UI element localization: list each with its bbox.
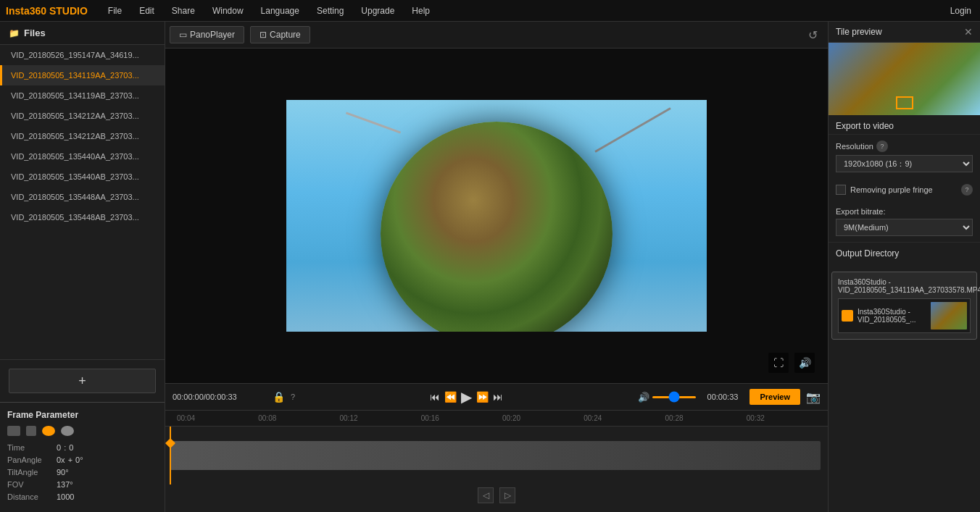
fp-time-val2: 0 (69, 443, 73, 452)
zoom-in-button[interactable]: ▷ (499, 487, 515, 503)
zoom-out-button[interactable]: ◁ (478, 487, 494, 503)
transport-controls: ⏮ ⏪ ▶ ⏩ ⏭ (301, 388, 631, 406)
resolution-select[interactable]: 1920x1080 (16：9) 3840x2160 (16：9) 2560x1… (836, 155, 973, 172)
add-file-button[interactable]: + (9, 369, 156, 393)
video-preview (286, 100, 707, 332)
refresh-icon[interactable]: ↺ (808, 28, 818, 42)
lock-icon[interactable]: 🔒 (273, 391, 285, 403)
resolution-label: Resolution (836, 142, 873, 151)
top-center-bar: ▭ PanoPlayer ⊡ Capture ↺ (165, 22, 828, 49)
timeline-ruler: 00:04 00:08 00:12 00:16 00:20 00:24 00:2… (165, 411, 828, 427)
fp-dist-value: 1000 (57, 492, 74, 501)
fp-time-value: 0 : 0 (57, 443, 73, 452)
preview-area: ⛶ 🔊 (165, 49, 828, 383)
fp-icon-small-screen[interactable] (26, 426, 36, 436)
ruler-tick-3: 00:16 (421, 414, 502, 422)
fp-tilt-value: 90° (57, 468, 69, 477)
file-list: VID_20180526_195147AA_34619... VID_20180… (0, 45, 165, 359)
files-title: Files (24, 28, 46, 38)
fp-distance-row: Distance 1000 (7, 492, 157, 501)
timeline-area: 00:04 00:08 00:12 00:16 00:20 00:24 00:2… (165, 411, 828, 512)
resolution-help-button[interactable]: ? (876, 140, 888, 152)
menu-share[interactable]: Share (169, 6, 198, 16)
step-back-button[interactable]: ⏪ (444, 391, 457, 403)
file-item-5[interactable]: VID_20180505_135440AA_23703... (0, 146, 165, 167)
timeline-bar[interactable] (170, 441, 821, 470)
fp-time-label: Time (7, 443, 57, 452)
tile-preview-header: Tile preview ✕ (829, 22, 980, 43)
menu-window[interactable]: Window (209, 6, 246, 16)
capture-button[interactable]: ⊡ Capture (250, 26, 310, 43)
menu-file[interactable]: File (105, 6, 125, 16)
file-item-3[interactable]: VID_20180505_134212AA_23703... (0, 106, 165, 126)
fp-icon-circle[interactable] (61, 426, 74, 436)
file-item-6[interactable]: VID_20180505_135440AB_23703... (0, 167, 165, 187)
ruler-tick-0: 00:04 (177, 414, 258, 422)
export-bitrate-section: Export bitrate: 9M(Medium) 6M(Low) 20M(H… (829, 201, 980, 242)
planet-globe (381, 122, 612, 332)
snapshot-button[interactable]: 📷 (806, 390, 821, 404)
timeline-bottom-controls: ◁ ▷ (165, 484, 828, 506)
timeline-playhead (170, 427, 171, 484)
file-item-4[interactable]: VID_20180505_134212AB_23703... (0, 126, 165, 146)
file-item-0[interactable]: VID_20180526_195147AA_34619... (0, 45, 165, 65)
tile-thumbnail (829, 43, 980, 115)
fp-icons-row (7, 426, 157, 436)
preview-button[interactable]: Preview (749, 389, 800, 405)
fp-pan-plus: + (68, 456, 72, 464)
fringe-label: Removing purple fringe (850, 185, 957, 194)
resolution-section: Resolution ? 1920x1080 (16：9) 3840x2160 … (829, 135, 980, 178)
fringe-checkbox[interactable] (836, 185, 846, 195)
fp-fov-label: FOV (7, 480, 57, 489)
remove-fringe-section: Removing purple fringe ? (829, 178, 980, 201)
menu-help[interactable]: Help (409, 6, 433, 16)
ruler-tick-2: 00:12 (340, 414, 421, 422)
sidebar: 📁 Files VID_20180526_195147AA_34619... V… (0, 22, 165, 512)
fp-tilt-label: TiltAngle (7, 468, 57, 477)
go-to-start-button[interactable]: ⏮ (430, 391, 440, 403)
fp-fov-row: FOV 137° (7, 480, 157, 489)
bitrate-label: Export bitrate: (836, 207, 973, 216)
menu-setting[interactable]: Setting (314, 6, 346, 16)
volume-button[interactable]: 🔊 (794, 353, 815, 373)
files-icon: 📁 (9, 28, 20, 38)
fp-dist-label: Distance (7, 492, 57, 501)
center-content: ▭ PanoPlayer ⊡ Capture ↺ ⛶ 🔊 00:00:00/00… (165, 22, 828, 512)
file-item-1[interactable]: VID_20180505_134119AA_23703... (0, 65, 165, 85)
tile-preview-title: Tile preview (836, 27, 882, 37)
file-item-2[interactable]: VID_20180505_134119AB_23703... (0, 85, 165, 106)
taskbar-item[interactable]: Insta360Studio - VID_20180505_... (838, 298, 971, 333)
fringe-help-button[interactable]: ? (961, 184, 973, 196)
fp-pan-deg: 0° (75, 456, 83, 464)
login-button[interactable]: Login (947, 6, 974, 16)
help-icon[interactable]: ? (291, 393, 295, 401)
ruler-tick-6: 00:28 (665, 414, 747, 422)
step-forward-button[interactable]: ⏩ (476, 391, 489, 403)
right-panel: Tile preview ✕ Export to video Resolutio… (828, 22, 980, 512)
ruler-tick-4: 00:20 (502, 414, 584, 422)
timeline-track[interactable] (165, 427, 828, 484)
fp-pan-value: 0x + 0° (57, 456, 83, 464)
menu-upgrade[interactable]: Upgrade (358, 6, 397, 16)
capture-label: Capture (270, 30, 301, 40)
close-button[interactable]: ✕ (964, 26, 973, 38)
file-item-8[interactable]: VID_20180505_135448AB_23703... (0, 207, 165, 227)
fp-time-row: Time 0 : 0 (7, 443, 157, 452)
bitrate-select[interactable]: 9M(Medium) 6M(Low) 20M(High) (836, 219, 973, 236)
volume-slider[interactable] (652, 396, 696, 398)
menu-language[interactable]: Language (258, 6, 302, 16)
file-item-7[interactable]: VID_20180505_135448AA_23703... (0, 187, 165, 207)
fp-icon-screen[interactable] (7, 426, 20, 436)
fp-icon-target[interactable] (42, 426, 55, 436)
fullscreen-button[interactable]: ⛶ (768, 353, 789, 373)
pano-player-button[interactable]: ▭ PanoPlayer (170, 26, 244, 43)
tile-selection-rect[interactable] (896, 96, 913, 109)
menu-edit[interactable]: Edit (136, 6, 157, 16)
export-to-video-label: Export to video (829, 115, 980, 135)
go-to-end-button[interactable]: ⏭ (493, 391, 503, 403)
volume-icon[interactable]: 🔊 (638, 392, 649, 403)
play-button[interactable]: ▶ (461, 388, 472, 406)
pano-icon: ▭ (179, 30, 187, 40)
time-right: 00:00:33 (707, 393, 739, 401)
output-dir-section: Output Directory (829, 242, 980, 264)
